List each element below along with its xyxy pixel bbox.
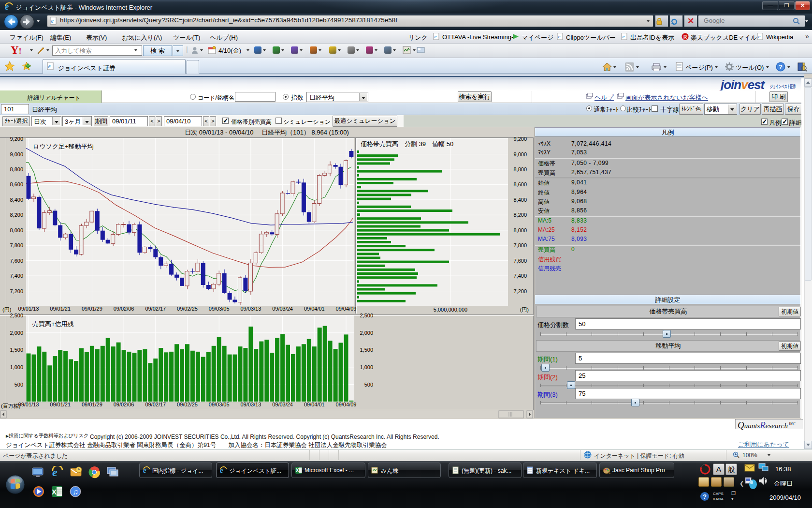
svg-text:09/03/13: 09/03/13	[240, 402, 261, 407]
svg-text:09/03/24: 09/03/24	[272, 402, 293, 407]
svg-text:7,400: 7,400	[10, 273, 23, 279]
svg-text:9,200: 9,200	[10, 136, 23, 142]
svg-text:(円): (円)	[2, 307, 11, 313]
svg-text:8,400: 8,400	[513, 197, 527, 203]
svg-text:09/01/13: 09/01/13	[18, 402, 39, 407]
svg-text:?: ?	[703, 493, 707, 500]
svg-text:?: ?	[779, 63, 783, 71]
svg-text:8,600: 8,600	[10, 181, 23, 187]
svg-text:09/03/05: 09/03/05	[209, 306, 230, 312]
svg-text:09/01/13: 09/01/13	[18, 306, 39, 312]
svg-text:09/02/17: 09/02/17	[145, 402, 166, 407]
svg-text:09/04/09: 09/04/09	[336, 306, 357, 312]
svg-text:2,000: 2,000	[10, 330, 23, 336]
svg-text:09/02/06: 09/02/06	[114, 306, 134, 312]
svg-text:(円): (円)	[520, 307, 529, 313]
svg-text:e: e	[758, 33, 761, 39]
svg-text:1,000: 1,000	[360, 364, 373, 370]
svg-text:売買高+信用残: 売買高+信用残	[32, 320, 74, 328]
svg-text:7,800: 7,800	[10, 242, 23, 248]
svg-text:e: e	[48, 63, 51, 70]
svg-text:2,500: 2,500	[360, 313, 373, 318]
svg-text:500: 500	[364, 382, 373, 388]
svg-text:7,600: 7,600	[513, 258, 527, 264]
svg-text:09/01/29: 09/01/29	[82, 306, 102, 312]
svg-text:09/02/25: 09/02/25	[177, 306, 198, 312]
svg-text:X: X	[296, 468, 299, 473]
svg-text:1,000: 1,000	[10, 364, 23, 370]
svg-text:09/02/25: 09/02/25	[177, 402, 198, 407]
svg-text:e: e	[435, 33, 437, 39]
svg-text:09/04/01: 09/04/01	[304, 402, 325, 407]
svg-text:09/02/17: 09/02/17	[145, 306, 166, 312]
svg-text:09/01/29: 09/01/29	[82, 402, 102, 407]
svg-text:8,400: 8,400	[10, 197, 23, 203]
svg-text:09/04/09: 09/04/09	[336, 402, 357, 407]
svg-text:500: 500	[14, 382, 23, 388]
svg-text:8,800: 8,800	[513, 166, 527, 172]
svg-text:日次 09/01/13 - 09/04/10 日経平均（1: 日次 09/01/13 - 09/04/10 日経平均（101） 8,964 (…	[185, 129, 349, 136]
svg-text:8,200: 8,200	[10, 212, 23, 218]
svg-text:09/01/21: 09/01/21	[50, 402, 71, 407]
svg-text:8,200: 8,200	[513, 212, 527, 218]
svg-text:2,000: 2,000	[360, 330, 373, 336]
svg-text:1,500: 1,500	[360, 347, 373, 353]
svg-text:1,500: 1,500	[10, 347, 23, 353]
svg-text:8,800: 8,800	[10, 166, 23, 172]
svg-text:09/04/01: 09/04/01	[304, 306, 325, 312]
svg-text:e: e	[558, 33, 561, 39]
svg-text:8,600: 8,600	[513, 181, 527, 187]
svg-text:09/03/13: 09/03/13	[240, 306, 261, 312]
svg-text:7,200: 7,200	[513, 288, 527, 294]
svg-text:♫: ♫	[72, 488, 78, 496]
svg-text:7,800: 7,800	[513, 242, 527, 248]
svg-text:9,200: 9,200	[513, 136, 527, 142]
svg-text:09/03/24: 09/03/24	[272, 306, 293, 312]
svg-text:価格帯売買高 分割 39 値幅 50: 価格帯売買高 分割 39 値幅 50	[361, 140, 453, 148]
svg-text:8,000: 8,000	[513, 227, 527, 233]
svg-text:09/02/06: 09/02/06	[114, 402, 134, 407]
svg-text:09/01/21: 09/01/21	[50, 306, 71, 312]
svg-text:5,000,000,000: 5,000,000,000	[434, 307, 467, 313]
svg-text:8,000: 8,000	[10, 227, 23, 233]
svg-text:09/03/05: 09/03/05	[209, 402, 230, 407]
svg-text:7,600: 7,600	[10, 258, 23, 264]
svg-text:9,000: 9,000	[513, 151, 527, 157]
svg-text:7,200: 7,200	[10, 288, 23, 294]
svg-text:X: X	[52, 488, 57, 496]
svg-text:(百万株): (百万株)	[1, 403, 20, 409]
svg-text:7,400: 7,400	[513, 273, 527, 279]
svg-text:2,500: 2,500	[10, 313, 23, 318]
svg-text:ロウソク足+移動平均: ロウソク足+移動平均	[33, 143, 94, 150]
svg-text:e: e	[51, 17, 54, 24]
svg-text:R: R	[683, 34, 687, 40]
svg-text:e: e	[623, 33, 625, 39]
svg-text:9,000: 9,000	[10, 151, 23, 157]
